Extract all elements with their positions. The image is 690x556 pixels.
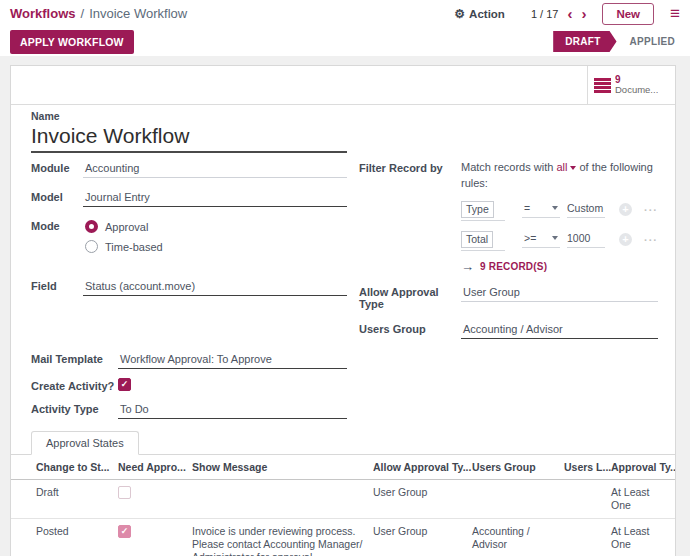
filter-rule-row: Total >= 1000 + ···: [461, 229, 658, 251]
col-change-to-state[interactable]: Change to St...: [11, 455, 118, 480]
name-label: Name: [31, 110, 347, 122]
apply-workflow-button[interactable]: APPLY WORKFLOW: [10, 30, 134, 54]
rule-value-text: Custom: [567, 202, 603, 214]
name-field-block: Name Invoice Workflow: [31, 110, 347, 153]
create-activity-label: Create Activity?: [31, 378, 118, 392]
gear-icon: ⚙: [454, 7, 465, 21]
radio-selected-icon: [85, 220, 98, 233]
activity-type-row: Activity Type To Do: [31, 401, 347, 419]
add-rule-icon[interactable]: +: [619, 233, 632, 246]
check-icon: ✓: [121, 527, 129, 536]
rule-value-text: 1000: [567, 232, 590, 244]
add-rule-icon[interactable]: +: [619, 203, 632, 216]
documents-smart-button[interactable]: 9 Docume...: [587, 66, 675, 104]
rule-field-input[interactable]: Type: [461, 201, 494, 218]
new-button[interactable]: New: [602, 3, 654, 25]
module-label: Module: [31, 160, 83, 174]
breadcrumb-workflows-link[interactable]: Workflows: [10, 6, 76, 21]
top-bar: Workflows / Invoice Workflow ⚙ Action 1 …: [0, 0, 690, 27]
activity-type-input[interactable]: To Do: [118, 401, 347, 419]
page-background: 9 Docume... Name Invoice Workflow Module: [0, 56, 690, 556]
documents-icon: [594, 78, 611, 93]
form-sheet: 9 Docume... Name Invoice Workflow Module: [10, 65, 676, 556]
create-activity-checkbox[interactable]: ✓: [118, 378, 131, 391]
action-menu-button[interactable]: ⚙ Action: [454, 7, 505, 21]
col-allow-approval-type[interactable]: Allow Approval Ty...: [373, 455, 472, 480]
rule-operator-value: >=: [524, 232, 536, 244]
filter-record-row: Filter Record by Match records with all …: [359, 160, 658, 273]
rule-more-icon[interactable]: ···: [644, 204, 658, 216]
rule-operator-select[interactable]: =: [522, 201, 560, 218]
pager-previous-icon[interactable]: ‹: [567, 6, 572, 21]
mode-option-time-based[interactable]: Time-based: [85, 240, 345, 253]
status-applied[interactable]: APPLIED: [630, 36, 675, 47]
table-row-draft[interactable]: Draft User Group At Least One: [11, 479, 675, 518]
rule-operator-select[interactable]: >=: [522, 231, 560, 248]
field-input[interactable]: Status (account.move): [83, 278, 347, 296]
chevron-down-icon: [570, 166, 576, 170]
model-input[interactable]: Journal Entry: [83, 189, 347, 207]
match-all-dropdown[interactable]: all: [556, 161, 576, 173]
tab-approval-states[interactable]: Approval States: [31, 431, 139, 455]
form-columns: Module Accounting Model Journal Entry Mo…: [31, 160, 653, 339]
mode-option-approval-label: Approval: [105, 221, 148, 233]
breadcrumb-separator: /: [81, 6, 85, 21]
rule-more-icon[interactable]: ···: [644, 234, 658, 246]
mail-template-input[interactable]: Workflow Approval: To Approve: [118, 351, 347, 369]
table-row-posted[interactable]: Posted ✓ Invoice is under reviewing proc…: [11, 518, 675, 556]
top-bar-controls: ⚙ Action 1 / 17 ‹ › New ≡: [454, 3, 680, 25]
status-draft-badge[interactable]: DRAFT: [553, 31, 616, 52]
approval-states-table: Change to St... Need Appro... Show Messa…: [11, 455, 675, 556]
cell-approval-type: At Least One: [611, 479, 675, 518]
mode-option-approval[interactable]: Approval: [85, 220, 345, 233]
cell-state: Draft: [11, 479, 118, 518]
field-label: Field: [31, 278, 83, 292]
create-activity-row: Create Activity? ✓: [31, 378, 347, 392]
smart-button-strip: 9 Docume...: [11, 66, 675, 105]
col-approval-type[interactable]: Approval Ty...: [611, 455, 675, 480]
cell-approval-type: At Least One: [611, 518, 675, 556]
mail-activity-group: Mail Template Workflow Approval: To Appr…: [31, 351, 347, 419]
chevron-down-icon: [552, 236, 558, 240]
need-approval-checkbox[interactable]: ✓: [118, 525, 131, 538]
mail-template-label: Mail Template: [31, 351, 118, 365]
allow-approval-type-label: Allow Approval Type: [359, 284, 453, 310]
match-records-line: Match records with all of the following …: [461, 160, 656, 191]
radio-unselected-icon: [85, 240, 98, 253]
rule-field-cell: Total: [461, 229, 505, 251]
pager-count: 1 / 17: [531, 8, 559, 20]
cell-users-list: [564, 518, 611, 556]
col-users-list[interactable]: Users L...: [564, 455, 611, 480]
match-all-value: all: [556, 161, 567, 173]
arrow-right-icon: →: [461, 260, 474, 273]
breadcrumb: Workflows / Invoice Workflow: [10, 6, 187, 21]
rule-field-input[interactable]: Total: [461, 231, 493, 248]
cell-need-approval: ✓: [118, 518, 192, 556]
name-input[interactable]: Invoice Workflow: [31, 122, 347, 153]
module-input[interactable]: Accounting: [83, 160, 347, 178]
model-row: Model Journal Entry: [31, 189, 347, 207]
records-count-link[interactable]: → 9 RECORD(S): [461, 260, 658, 273]
allow-approval-type-input[interactable]: User Group: [461, 284, 658, 302]
users-group-input[interactable]: Accounting / Advisor: [461, 321, 658, 339]
cell-message: [192, 479, 373, 518]
menu-icon[interactable]: ≡: [670, 5, 680, 22]
rule-value-input[interactable]: 1000: [567, 231, 605, 248]
action-label: Action: [469, 8, 505, 20]
need-approval-checkbox[interactable]: [118, 486, 131, 499]
breadcrumb-current: Invoice Workflow: [89, 6, 187, 21]
cell-need-approval: [118, 479, 192, 518]
documents-smart-button-text: 9 Docume...: [615, 74, 658, 96]
col-users-group[interactable]: Users Group: [472, 455, 564, 480]
pager-next-icon[interactable]: ›: [581, 6, 586, 21]
col-need-approval[interactable]: Need Appro...: [118, 455, 192, 480]
cell-users-group: [472, 479, 564, 518]
filter-rule-row: Type = Custom + ···: [461, 199, 658, 221]
status-bar: DRAFT APPLIED: [553, 31, 680, 52]
col-show-message[interactable]: Show Message: [192, 455, 373, 480]
rule-value-select[interactable]: Custom: [567, 201, 605, 218]
module-row: Module Accounting: [31, 160, 347, 178]
notebook: Approval States Change to St... Need App…: [11, 431, 675, 556]
filter-record-label: Filter Record by: [359, 160, 453, 174]
documents-label: Docume...: [615, 85, 658, 96]
